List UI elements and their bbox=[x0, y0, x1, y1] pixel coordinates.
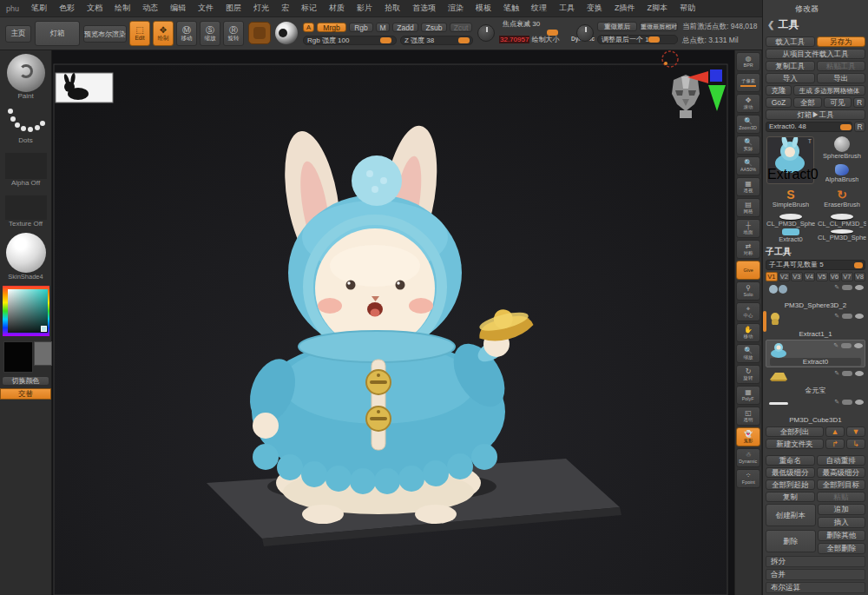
all-to-start-button[interactable]: 全部到起始 bbox=[766, 479, 815, 490]
aahalf-button[interactable]: 🔍AA50% bbox=[736, 156, 760, 175]
actual-size-button[interactable]: 🔍实际 bbox=[736, 136, 760, 155]
draw-button[interactable]: ✥ 绘制 bbox=[153, 21, 174, 46]
section-merge[interactable]: 合并 bbox=[766, 569, 865, 580]
section-split[interactable]: 拆分 bbox=[766, 556, 865, 567]
subtool-item[interactable]: ✎ 金元宝 bbox=[766, 368, 865, 396]
paintbrush-icon[interactable]: ✎ bbox=[834, 313, 839, 320]
frame-center-button[interactable]: ⌖中心 bbox=[736, 302, 760, 321]
redo-last-button[interactable]: 重做最后 bbox=[597, 22, 637, 31]
tool-preview-slider[interactable]: Extract0. 48 bbox=[766, 122, 852, 132]
document-canvas[interactable] bbox=[52, 50, 734, 595]
subtool-item[interactable]: ✎ PM3D_Sphere3D_2 bbox=[766, 282, 865, 310]
rename-button[interactable]: 重命名 bbox=[766, 455, 815, 466]
sculptris-pro-button[interactable] bbox=[248, 22, 271, 44]
bpr-render-button[interactable]: ◍BPR bbox=[736, 52, 760, 71]
delete-all-button[interactable]: 全部删除 bbox=[818, 543, 866, 554]
view-tab-v6[interactable]: V6 bbox=[829, 272, 841, 281]
menu-item-color[interactable]: 色彩 bbox=[53, 3, 81, 14]
view-tab-v8[interactable]: V8 bbox=[854, 272, 866, 281]
append-button[interactable]: 追加 bbox=[818, 504, 866, 515]
lightbox-tool-button[interactable]: 灯箱▶工具 bbox=[766, 109, 865, 120]
menu-item-document[interactable]: 文档 bbox=[81, 3, 108, 14]
menu-item-help[interactable]: 帮助 bbox=[674, 3, 701, 14]
menu-item-marker[interactable]: 标记 bbox=[295, 3, 323, 14]
chevron-left-icon[interactable]: ❮ bbox=[767, 20, 774, 30]
auto-reorder-button[interactable]: 自动重排 bbox=[817, 455, 866, 466]
mrgb-button[interactable]: Mrgb bbox=[317, 23, 346, 32]
export-button[interactable]: 导出 bbox=[817, 73, 866, 83]
main-color-swatch[interactable] bbox=[3, 341, 33, 373]
toggle-icon[interactable] bbox=[842, 371, 852, 376]
load-from-project-button[interactable]: 从项目文件载入工具 bbox=[766, 49, 865, 59]
canvas-zoom-button[interactable]: 🔍缩放 bbox=[736, 344, 760, 363]
tool-item[interactable]: CL_PM3D_Spher bbox=[766, 213, 815, 228]
perspective-button[interactable]: ▦透视 bbox=[736, 177, 760, 196]
section-boolean[interactable]: 布尔运算 bbox=[766, 582, 865, 593]
menu-item-transform[interactable]: 变换 bbox=[581, 3, 608, 14]
canvas-rotate-button[interactable]: ↻旋转 bbox=[736, 365, 760, 384]
toggle-icon[interactable] bbox=[842, 400, 852, 405]
transparency-button[interactable]: ◱透明 bbox=[736, 407, 760, 426]
goz-visible-button[interactable]: 可见 bbox=[824, 97, 852, 108]
color-picker[interactable] bbox=[3, 286, 49, 336]
scale-button[interactable]: Ⓢ 缩放 bbox=[200, 21, 220, 46]
menu-item-texture[interactable]: 纹理 bbox=[525, 3, 553, 14]
tool-item[interactable]: AlphaBrush bbox=[818, 162, 866, 186]
toggle-icon[interactable] bbox=[842, 314, 852, 319]
adjust-last-handle[interactable] bbox=[648, 36, 660, 43]
subtool-visible-slider[interactable]: 子工具可见数量 5 bbox=[766, 260, 865, 270]
menu-item-layer[interactable]: 图层 bbox=[220, 3, 247, 14]
subtool-copy-button[interactable]: 复制 bbox=[766, 492, 815, 502]
menu-item-render[interactable]: 渲染 bbox=[442, 3, 470, 14]
active-tool-thumbnail[interactable]: T Extract0 bbox=[766, 136, 814, 184]
material-preview[interactable]: SkinShade4 bbox=[6, 233, 46, 281]
view-tab-v3[interactable]: V3 bbox=[791, 272, 803, 281]
reference-thumbnail[interactable] bbox=[56, 73, 113, 102]
ghost-button[interactable]: 👻鬼影 bbox=[736, 427, 760, 446]
menu-item-movie[interactable]: 影片 bbox=[351, 3, 378, 14]
rgb-intensity-handle[interactable] bbox=[380, 37, 391, 43]
home-button[interactable]: 主页 bbox=[5, 25, 31, 43]
axis-z-icon[interactable] bbox=[710, 69, 722, 82]
dynamic-view-button[interactable]: ☃Dynamic bbox=[736, 448, 760, 467]
edit-button[interactable]: ⬚ Edit bbox=[129, 21, 150, 46]
menu-item-preferences[interactable]: 首选项 bbox=[406, 3, 442, 14]
view-tab-v4[interactable]: V4 bbox=[804, 272, 816, 281]
view-tab-v2[interactable]: V2 bbox=[779, 272, 791, 281]
view-tab-v5[interactable]: V5 bbox=[816, 272, 828, 281]
menu-item-macro[interactable]: 宏 bbox=[275, 3, 295, 14]
delete-other-button[interactable]: 删除其他 bbox=[818, 530, 866, 541]
menu-item-stencil[interactable]: 模板 bbox=[470, 3, 497, 14]
view-tab-v7[interactable]: V7 bbox=[841, 272, 853, 281]
modifiers-tab[interactable]: 修改器 bbox=[766, 2, 865, 17]
canvas-move-button[interactable]: ✋移动 bbox=[736, 323, 760, 342]
tool-item[interactable]: ↻ EraserBrush bbox=[818, 187, 866, 211]
menu-item-light[interactable]: 灯光 bbox=[247, 3, 275, 14]
lightbox-button[interactable]: 灯箱 bbox=[35, 21, 80, 46]
eye-icon[interactable] bbox=[855, 371, 864, 376]
new-folder-button[interactable]: 新建文件夹 bbox=[766, 439, 824, 449]
focal-knob-icon[interactable] bbox=[477, 24, 495, 42]
goz-r-button[interactable]: R bbox=[853, 97, 865, 108]
eye-icon[interactable] bbox=[855, 314, 864, 319]
give-button[interactable]: Give bbox=[736, 261, 760, 280]
solo-button[interactable]: ⚲Solo bbox=[736, 281, 760, 301]
m-button[interactable]: M bbox=[376, 23, 390, 32]
goz-all-button[interactable]: 全部 bbox=[793, 97, 822, 108]
zadd-button[interactable]: Zadd bbox=[392, 23, 418, 32]
z-intensity-handle[interactable] bbox=[458, 37, 470, 43]
menu-item-dynamic[interactable]: 动态 bbox=[136, 3, 164, 14]
secondary-color-swatch[interactable] bbox=[34, 341, 52, 366]
stroke-preview[interactable]: Dots bbox=[7, 107, 45, 144]
subtool-item-selected[interactable]: ✎ Extract0 bbox=[766, 340, 865, 367]
mode-a-button[interactable]: A bbox=[303, 23, 314, 32]
eye-icon[interactable] bbox=[855, 285, 864, 290]
subtool-down-button[interactable]: ▼ bbox=[846, 426, 865, 437]
move-button[interactable]: Ⓜ 移动 bbox=[176, 21, 197, 46]
load-tool-button[interactable]: 载入工具 bbox=[766, 36, 815, 47]
tool-item[interactable]: SphereBrush bbox=[818, 135, 866, 161]
clone-button[interactable]: 克隆 bbox=[766, 85, 792, 96]
make-polymesh-button[interactable]: 生成 多边形网格物体 bbox=[793, 85, 865, 96]
subtool-scroll-indicator[interactable] bbox=[763, 311, 766, 332]
paintbrush-icon[interactable]: ✎ bbox=[834, 370, 839, 377]
